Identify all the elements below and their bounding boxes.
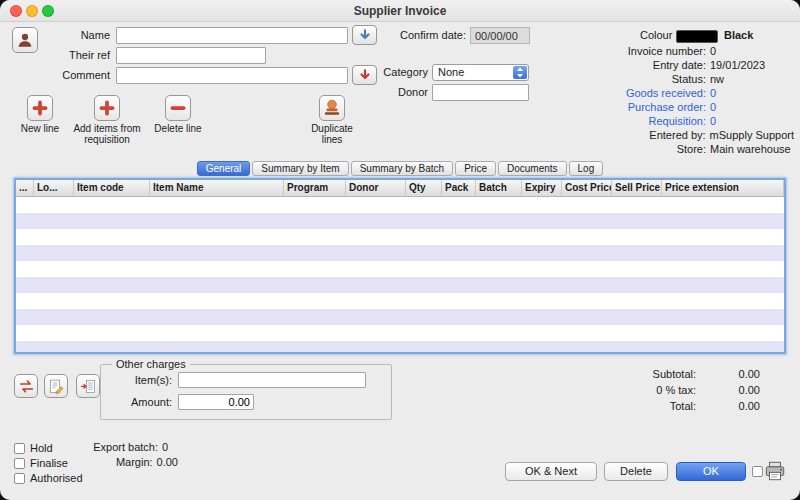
invoice-info-panel: Invoice number:0Entry date:19/01/2023Sta… — [608, 44, 794, 156]
info-value[interactable]: 0 — [710, 100, 794, 114]
table-cell — [612, 309, 662, 325]
finalise-checkbox[interactable] — [14, 458, 25, 469]
column-header[interactable]: Sell Price — [612, 180, 662, 196]
table-cell — [612, 229, 662, 245]
table-row[interactable] — [16, 309, 784, 325]
table-cell — [284, 341, 346, 354]
column-header[interactable]: Price extension — [662, 180, 784, 196]
plus-icon — [31, 99, 49, 117]
table-row[interactable] — [16, 341, 784, 354]
tab-general[interactable]: General — [197, 161, 251, 176]
tab-documents[interactable]: Documents — [498, 161, 567, 176]
person-icon — [16, 31, 34, 49]
column-header[interactable]: ... — [16, 180, 34, 196]
ok-button[interactable]: OK — [676, 462, 746, 481]
margin-value: 0.00 — [157, 456, 178, 468]
column-header[interactable]: Item Name — [150, 180, 284, 196]
table-row[interactable] — [16, 293, 784, 309]
comment-input[interactable] — [116, 67, 348, 84]
table-row[interactable] — [16, 229, 784, 245]
tab-summary-by-batch[interactable]: Summary by Batch — [351, 161, 453, 176]
other-charges-amount-input[interactable] — [178, 394, 254, 410]
tab-price[interactable]: Price — [455, 161, 496, 176]
column-header[interactable]: Donor — [346, 180, 406, 196]
table-row[interactable] — [16, 245, 784, 261]
table-cell — [150, 277, 284, 293]
table-cell — [34, 213, 74, 229]
table-row[interactable] — [16, 213, 784, 229]
table-row[interactable] — [16, 197, 784, 213]
info-value[interactable]: 0 — [710, 114, 794, 128]
authorised-checkbox[interactable] — [14, 473, 25, 484]
tab-summary-by-item[interactable]: Summary by Item — [252, 161, 348, 176]
other-charges-items-input[interactable] — [178, 372, 366, 388]
their-ref-input[interactable] — [116, 47, 266, 64]
table-row[interactable] — [16, 261, 784, 277]
table-cell — [442, 197, 476, 213]
choose-name-button[interactable] — [12, 27, 38, 53]
info-row: Store:Main warehouse — [608, 142, 794, 156]
donor-input[interactable] — [432, 84, 529, 101]
total-label: Subtotal: — [596, 366, 696, 382]
table-cell — [662, 229, 784, 245]
transfer-lines-button[interactable] — [14, 374, 38, 398]
table-cell — [16, 341, 34, 354]
column-header[interactable]: Item code — [74, 180, 150, 196]
table-cell — [284, 277, 346, 293]
their-ref-label: Their ref — [38, 47, 110, 64]
table-cell — [442, 293, 476, 309]
table-cell — [150, 213, 284, 229]
info-value[interactable]: 0 — [710, 86, 794, 100]
total-label: Total: — [596, 398, 696, 414]
table-cell — [562, 325, 612, 341]
table-cell — [346, 293, 406, 309]
table-row[interactable] — [16, 325, 784, 341]
table-cell — [16, 277, 34, 293]
invoice-lines-table: ...Lo...Item codeItem NameProgramDonorQt… — [14, 178, 786, 354]
duplicate-lines-button[interactable]: Duplicate lines — [300, 95, 364, 145]
column-header[interactable]: Expiry — [522, 180, 562, 196]
print-button[interactable] — [764, 460, 788, 482]
info-value: 0 — [710, 44, 794, 58]
column-header[interactable]: Qty — [406, 180, 442, 196]
tab-bar: GeneralSummary by ItemSummary by BatchPr… — [0, 161, 800, 176]
column-header[interactable]: Batch — [476, 180, 522, 196]
table-cell — [522, 309, 562, 325]
name-input[interactable] — [116, 27, 348, 44]
hold-checkbox[interactable] — [14, 443, 25, 454]
column-header[interactable]: Pack — [442, 180, 476, 196]
insert-line-button[interactable] — [76, 374, 100, 398]
table-cell — [522, 277, 562, 293]
table-cell — [442, 245, 476, 261]
column-header[interactable]: Cost Price — [562, 180, 612, 196]
total-row: Total:0.00 — [596, 398, 760, 414]
delete-button[interactable]: Delete — [604, 462, 668, 481]
colour-swatch[interactable] — [676, 30, 718, 43]
new-line-button[interactable]: New line — [14, 95, 66, 134]
table-row[interactable] — [16, 277, 784, 293]
title-bar: Supplier Invoice — [0, 0, 800, 22]
table-cell — [16, 293, 34, 309]
category-select[interactable]: None — [432, 64, 529, 81]
table-cell — [34, 229, 74, 245]
authorised-label: Authorised — [30, 470, 83, 487]
table-cell — [612, 293, 662, 309]
table-cell — [284, 309, 346, 325]
table-cell — [442, 277, 476, 293]
table-cell — [442, 341, 476, 354]
info-label: Invoice number: — [608, 44, 706, 58]
name-lookup-button[interactable] — [352, 25, 377, 45]
comment-label: Comment — [38, 67, 110, 84]
table-cell — [406, 197, 442, 213]
total-label: 0 % tax: — [596, 382, 696, 398]
column-header[interactable]: Lo... — [34, 180, 74, 196]
column-header[interactable]: Program — [284, 180, 346, 196]
add-items-from-requisition-button[interactable]: Add items from requisition — [68, 95, 146, 145]
table-cell — [662, 325, 784, 341]
delete-line-button[interactable]: Delete line — [150, 95, 206, 134]
edit-charges-button[interactable] — [44, 374, 68, 398]
print-checkbox[interactable] — [752, 466, 763, 477]
ok-next-button[interactable]: OK & Next — [505, 462, 597, 481]
category-label: Category — [360, 64, 428, 81]
tab-log[interactable]: Log — [569, 161, 604, 176]
